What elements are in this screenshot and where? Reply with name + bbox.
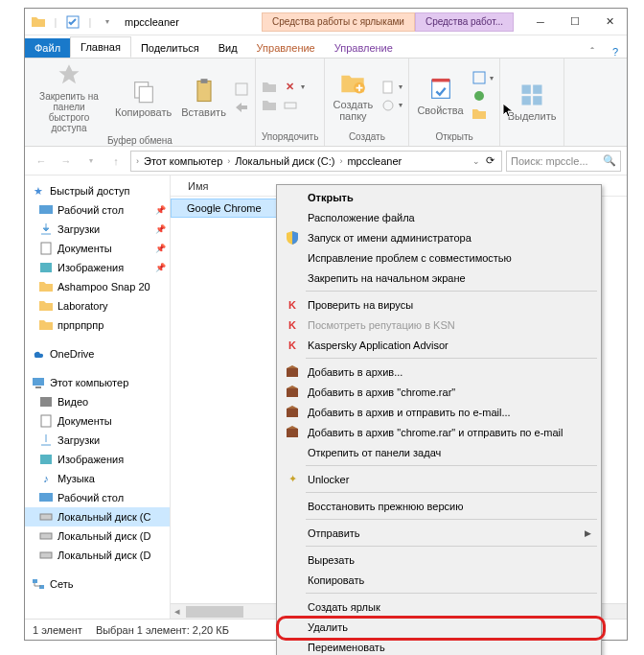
svg-rect-26	[40, 514, 52, 520]
sidebar-item-desktop2[interactable]: Рабочий стол	[25, 488, 170, 507]
onedrive[interactable]: OneDrive	[25, 344, 170, 363]
ctx-compat[interactable]: Исправление проблем с совместимостью	[279, 247, 599, 268]
dropdown-icon[interactable]: ⌄	[472, 156, 480, 166]
sidebar-item-desktop[interactable]: Рабочий стол📌	[25, 200, 170, 220]
sidebar-item-downloads2[interactable]: Загрузки	[25, 431, 170, 450]
ctx-ksn[interactable]: KПосмотреть репутацию в KSN	[279, 315, 599, 335]
checkbox-icon[interactable]	[65, 14, 80, 30]
refresh-icon[interactable]: ⟳	[482, 154, 498, 167]
recent-button[interactable]: ▾	[80, 151, 102, 172]
ctx-scan-virus[interactable]: KПроверить на вирусы	[279, 294, 599, 315]
sidebar-item-documents2[interactable]: Документы	[25, 411, 170, 431]
tab-manage-1[interactable]: Управление	[247, 38, 325, 58]
network[interactable]: Сеть	[25, 574, 170, 594]
properties-button[interactable]: Свойства	[415, 74, 465, 118]
ctx-archive[interactable]: Добавить в архив...	[279, 362, 599, 382]
group-open: Открыть	[415, 131, 493, 144]
svg-rect-17	[39, 205, 53, 214]
sidebar-item-laboratory[interactable]: Laboratory	[25, 296, 170, 316]
crumb-drive[interactable]: Локальный диск (C:)	[232, 155, 337, 167]
svg-rect-2	[139, 86, 152, 102]
ctx-send-to[interactable]: Отправить▶	[279, 523, 599, 543]
ctx-restore[interactable]: Восстановить прежнюю версию	[279, 496, 599, 516]
ctx-open[interactable]: Открыть	[279, 187, 599, 207]
tab-view[interactable]: Вид	[209, 38, 247, 58]
wand-icon: ✦	[285, 472, 300, 487]
sidebar-item-ashampoo[interactable]: Ashampoo Snap 20	[25, 277, 170, 296]
sidebar-item-videos[interactable]: Видео	[25, 392, 170, 411]
paste-shortcut-button[interactable]	[234, 100, 249, 115]
close-button[interactable]: ✕	[592, 9, 627, 35]
ribbon-collapse-icon[interactable]: ˆ	[581, 46, 604, 58]
sidebar-item-downloads[interactable]: Загрузки📌	[25, 220, 170, 239]
ctx-delete[interactable]: Удалить	[279, 617, 599, 637]
search-icon: 🔍	[603, 154, 616, 167]
ctx-admin[interactable]: Запуск от имени администратора	[279, 227, 599, 247]
context-tab-tools[interactable]: Средства работ...	[415, 12, 514, 32]
sidebar-item-drive-c[interactable]: Локальный диск (C	[25, 507, 170, 526]
move-to-button[interactable]	[262, 80, 277, 95]
tab-home[interactable]: Главная	[70, 36, 131, 58]
ctx-unlocker[interactable]: ✦Unlocker	[279, 469, 599, 489]
search-input[interactable]: Поиск: mpccle... 🔍	[506, 151, 621, 172]
sidebar-item-music[interactable]: ♪Музыка	[25, 469, 170, 488]
copy-path-button[interactable]	[234, 82, 249, 97]
copy-to-button[interactable]	[262, 98, 277, 113]
address-box[interactable]: › Этот компьютер › Локальный диск (C:) ›…	[130, 151, 502, 172]
ctx-cut[interactable]: Вырезать	[279, 550, 599, 570]
svg-rect-6	[285, 103, 296, 108]
back-button[interactable]: ←	[31, 151, 52, 172]
ctx-archive-mail[interactable]: Добавить в архив и отправить по e-mail..…	[279, 402, 599, 422]
sidebar-item-drive-d[interactable]: Локальный диск (D	[25, 526, 170, 546]
sidebar-item-documents[interactable]: Документы📌	[25, 239, 170, 258]
tab-manage-2[interactable]: Управление	[325, 38, 402, 58]
dropdown-icon[interactable]: ▾	[100, 14, 115, 30]
selection-info: Выбран 1 элемент: 2,20 КБ	[96, 624, 229, 636]
svg-rect-34	[287, 388, 298, 397]
open-button[interactable]: ▾	[472, 70, 494, 85]
svg-rect-20	[33, 378, 44, 386]
ctx-rename[interactable]: Переименовать	[279, 637, 599, 655]
svg-rect-3	[197, 82, 211, 102]
up-button[interactable]: ↑	[105, 151, 126, 172]
ctx-kav[interactable]: KKaspersky Application Advisor	[279, 335, 599, 355]
pin-quick-button[interactable]: Закрепить на панели быстрого доступа	[31, 60, 107, 135]
context-tab-shortcuts[interactable]: Средства работы с ярлыками	[262, 12, 415, 32]
history-button[interactable]	[472, 106, 494, 122]
ctx-copy[interactable]: Копировать	[279, 570, 599, 590]
ctx-shortcut[interactable]: Создать ярлык	[279, 597, 599, 617]
select-button[interactable]: Выделить	[506, 80, 559, 124]
ctx-unpin-taskbar[interactable]: Открепить от панели задач	[279, 442, 599, 462]
delete-button[interactable]: ✕▾	[283, 80, 305, 95]
help-icon[interactable]: ?	[604, 46, 627, 58]
ctx-location[interactable]: Расположение файла	[279, 207, 599, 227]
this-pc[interactable]: Этот компьютер	[25, 373, 170, 392]
tab-share[interactable]: Поделиться	[131, 38, 209, 58]
sidebar-item-custom[interactable]: прпрпрпр	[25, 316, 170, 335]
copy-button[interactable]: Копировать	[113, 76, 173, 120]
crumb-pc[interactable]: Этот компьютер	[141, 155, 225, 167]
minimize-button[interactable]: ─	[523, 9, 558, 35]
svg-rect-33	[287, 368, 298, 377]
edit-button[interactable]	[472, 88, 494, 104]
forward-button[interactable]: →	[56, 151, 77, 172]
quick-access[interactable]: ★Быстрый доступ	[25, 181, 170, 200]
sidebar-item-drive-d2[interactable]: Локальный диск (D	[25, 546, 170, 565]
svg-point-9	[383, 101, 393, 110]
paste-button[interactable]: Вставить	[179, 76, 228, 120]
ctx-pin-start[interactable]: Закрепить на начальном экране	[279, 268, 599, 288]
new-folder-button[interactable]: Создать папку	[331, 68, 375, 124]
easy-access-button[interactable]: ▾	[380, 98, 402, 113]
rename-button[interactable]	[283, 98, 305, 113]
maximize-button[interactable]: ☐	[558, 9, 592, 35]
new-item-button[interactable]: ▾	[380, 80, 402, 95]
ctx-archive-chrome-mail[interactable]: Добавить в архив "chrome.rar" и отправит…	[279, 422, 599, 442]
tab-file[interactable]: Файл	[25, 38, 70, 58]
svg-rect-28	[40, 552, 52, 558]
svg-rect-14	[533, 84, 541, 93]
crumb-folder[interactable]: mpccleaner	[344, 155, 404, 167]
sidebar-item-pictures[interactable]: Изображения📌	[25, 258, 170, 277]
sidebar-item-pictures2[interactable]: Изображения	[25, 450, 170, 469]
ctx-archive-chrome[interactable]: Добавить в архив "chrome.rar"	[279, 382, 599, 402]
group-new: Создать	[331, 131, 402, 144]
